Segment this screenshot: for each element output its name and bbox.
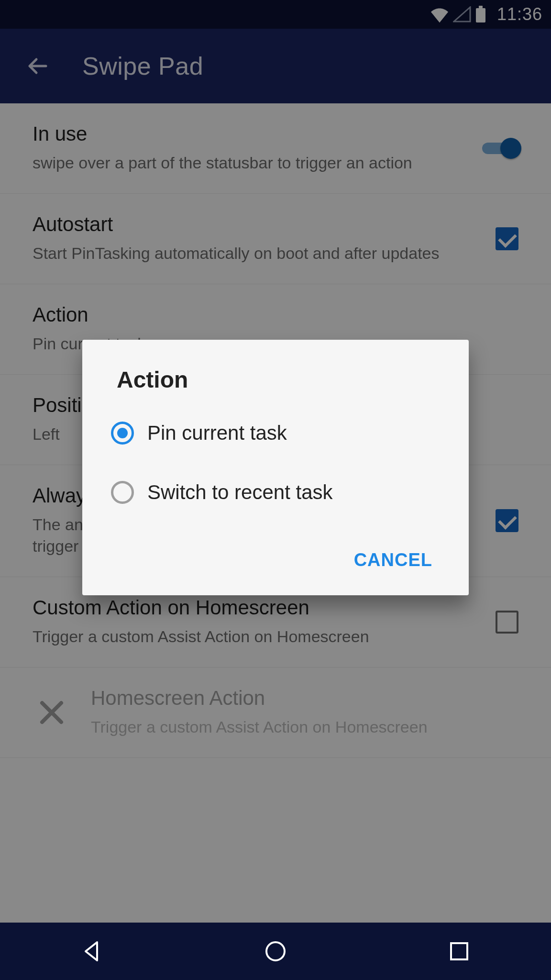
radio-label: Pin current task <box>147 422 287 445</box>
svg-point-2 <box>266 942 285 960</box>
system-nav-bar <box>0 923 551 980</box>
nav-home-button[interactable] <box>204 923 347 980</box>
cancel-button[interactable]: CANCEL <box>341 542 446 578</box>
nav-recent-button[interactable] <box>387 923 531 980</box>
action-dialog: Action Pin current task Switch to recent… <box>82 340 469 595</box>
dialog-title: Action <box>82 367 469 410</box>
triangle-back-icon <box>80 939 104 963</box>
radio-label: Switch to recent task <box>147 481 333 504</box>
radio-icon <box>111 422 134 445</box>
svg-rect-3 <box>451 943 467 959</box>
radio-option-switch-recent-task[interactable]: Switch to recent task <box>82 469 469 515</box>
radio-option-pin-current-task[interactable]: Pin current task <box>82 410 469 456</box>
square-recent-icon <box>448 940 470 962</box>
circle-home-icon <box>264 939 287 963</box>
nav-back-button[interactable] <box>20 923 164 980</box>
radio-icon <box>111 481 134 504</box>
